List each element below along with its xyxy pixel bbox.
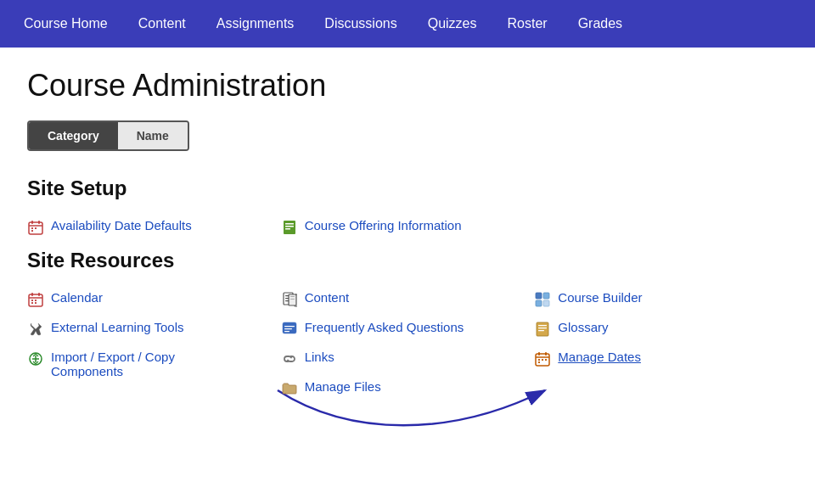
link-import-export-copy[interactable]: Import / Export / Copy Components (27, 344, 197, 384)
svg-rect-41 (538, 330, 544, 331)
folder-icon (281, 380, 298, 397)
main-content: Course Administration Category Name Site… (0, 48, 815, 430)
svg-rect-32 (284, 328, 292, 329)
link-manage-dates[interactable]: Manage Dates (534, 344, 788, 373)
content-label: Content (305, 290, 350, 305)
link-manage-files[interactable]: Manage Files (281, 373, 535, 403)
nav-grades[interactable]: Grades (563, 0, 638, 48)
page-title: Course Administration (27, 68, 788, 104)
faq-label: Frequently Asked Questions (305, 320, 464, 334)
svg-rect-29 (290, 299, 295, 300)
svg-rect-16 (35, 300, 37, 301)
svg-rect-36 (536, 300, 542, 306)
category-toggle-btn[interactable]: Category (29, 122, 118, 149)
svg-rect-27 (289, 294, 296, 305)
svg-rect-46 (538, 359, 540, 361)
svg-rect-31 (284, 326, 295, 327)
svg-rect-13 (31, 293, 33, 296)
svg-rect-37 (543, 300, 549, 306)
site-resources-heading: Site Resources (27, 249, 788, 272)
course-builder-icon (534, 291, 551, 308)
green-book-icon (281, 219, 298, 236)
svg-rect-6 (31, 230, 33, 232)
svg-rect-2 (31, 221, 33, 224)
svg-rect-3 (38, 221, 40, 224)
svg-rect-49 (538, 361, 540, 363)
name-toggle-btn[interactable]: Name (118, 122, 188, 149)
view-toggle[interactable]: Category Name (27, 120, 189, 151)
svg-rect-18 (35, 302, 37, 304)
content-icon (281, 291, 298, 308)
link-availability-date-defaults[interactable]: Availability Date Defaults (27, 212, 281, 242)
site-setup-section: Site Setup Availability Date Defaults (27, 176, 788, 242)
svg-rect-38 (537, 322, 548, 336)
faq-icon (281, 321, 298, 338)
import-export-copy-label: Import / Export / Copy Components (51, 350, 197, 378)
calendar-icon (27, 219, 44, 236)
glossary-icon (534, 321, 551, 338)
course-builder-label: Course Builder (558, 290, 642, 305)
svg-rect-5 (35, 227, 37, 229)
svg-rect-17 (31, 302, 33, 304)
calendar-label: Calendar (51, 290, 103, 305)
link-external-learning-tools[interactable]: External Learning Tools (27, 314, 281, 344)
link-course-builder[interactable]: Course Builder (534, 284, 788, 314)
col2: Content Frequently Asked Questions (281, 284, 535, 403)
svg-rect-8 (285, 223, 294, 225)
svg-rect-40 (538, 328, 547, 328)
svg-rect-47 (542, 359, 543, 361)
svg-rect-9 (285, 226, 294, 227)
svg-rect-7 (284, 221, 295, 234)
link-glossary[interactable]: Glossary (534, 314, 788, 344)
nav-roster[interactable]: Roster (492, 0, 563, 48)
svg-rect-10 (285, 228, 290, 230)
manage-files-label: Manage Files (305, 379, 381, 394)
site-setup-heading: Site Setup (27, 176, 788, 200)
nav-course-home[interactable]: Course Home (8, 0, 123, 48)
course-offering-information-label: Course Offering Information (305, 218, 462, 232)
svg-rect-4 (31, 227, 33, 229)
nav-content[interactable]: Content (123, 0, 201, 48)
nav-assignments[interactable]: Assignments (201, 0, 310, 48)
manage-dates-icon (534, 350, 551, 367)
link-calendar[interactable]: Calendar (27, 284, 281, 314)
glossary-label: Glossary (558, 320, 608, 334)
svg-rect-44 (538, 352, 540, 356)
manage-dates-label: Manage Dates (558, 350, 641, 364)
link-course-offering-information[interactable]: Course Offering Information (281, 212, 535, 242)
import-icon (27, 350, 44, 367)
tools-icon (27, 321, 44, 338)
link-icon (281, 350, 298, 367)
nav-discussions[interactable]: Discussions (309, 0, 412, 48)
svg-rect-39 (538, 325, 547, 326)
link-faq[interactable]: Frequently Asked Questions (281, 314, 535, 344)
svg-rect-34 (536, 293, 542, 299)
top-nav: Course Home Content Assignments Discussi… (0, 0, 815, 48)
svg-rect-33 (284, 331, 289, 332)
col1: Calendar External Learning Tools (27, 284, 281, 403)
links-label: Links (305, 350, 334, 364)
availability-date-defaults-label: Availability Date Defaults (51, 218, 192, 232)
svg-rect-28 (290, 296, 295, 297)
link-links[interactable]: Links (281, 344, 535, 373)
svg-rect-45 (545, 352, 547, 356)
col3: Course Builder Glossary (534, 284, 788, 403)
svg-rect-14 (38, 293, 40, 296)
link-content[interactable]: Content (281, 284, 535, 314)
svg-rect-15 (31, 300, 33, 301)
nav-quizzes[interactable]: Quizzes (413, 0, 492, 48)
svg-rect-48 (545, 359, 547, 361)
calendar-red-icon (27, 291, 44, 308)
site-resources-section: Site Resources (27, 249, 788, 403)
external-learning-tools-label: External Learning Tools (51, 320, 184, 334)
svg-rect-35 (543, 293, 549, 299)
